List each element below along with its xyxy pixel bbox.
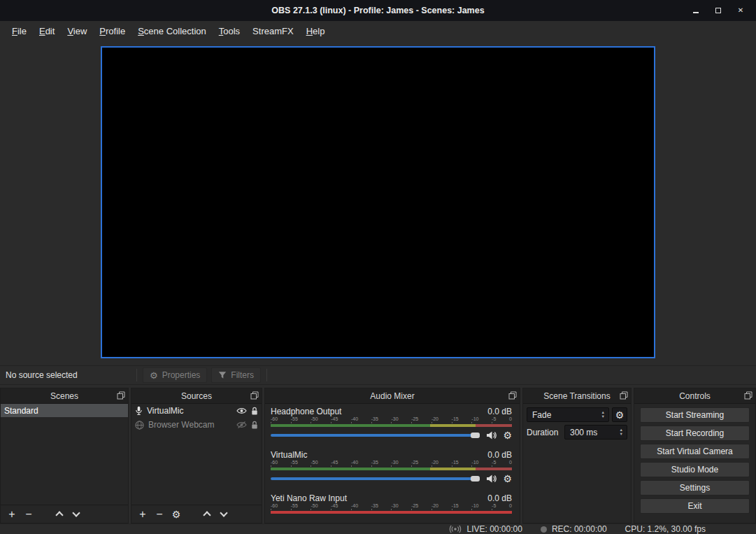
mute-button[interactable]: [486, 475, 497, 483]
close-button[interactable]: ✕: [729, 0, 752, 21]
dock-popout-button[interactable]: [620, 391, 628, 400]
dock-popout-button[interactable]: [250, 391, 259, 400]
remove-source-button[interactable]: −: [151, 507, 168, 521]
gear-icon: ⚙: [172, 510, 181, 519]
filters-button[interactable]: Filters: [211, 367, 261, 383]
lock-button[interactable]: [251, 407, 258, 416]
chevron-down-icon: [220, 509, 227, 517]
transition-properties-button[interactable]: ⚙: [612, 407, 627, 422]
scenes-dock-header: Scenes: [1, 388, 128, 404]
duration-spinbox[interactable]: 300 ms ▲ ▼: [564, 425, 627, 440]
volume-meter: [271, 424, 512, 427]
add-scene-button[interactable]: +: [3, 507, 20, 521]
scenes-toolbar: + −: [1, 505, 128, 523]
start-recording-button[interactable]: Start Recording: [640, 426, 750, 441]
source-move-down-button[interactable]: [215, 507, 232, 521]
db-scale: -60-55-50-45-40-35-30-25-20-15-10-50: [271, 416, 512, 422]
source-toolbar: No source selected ⚙ Properties Filters: [0, 365, 756, 385]
dock-title: Sources: [181, 391, 212, 401]
scene-transitions-dock: Scene Transitions Fade ▲ ▼ ⚙: [522, 388, 632, 524]
duration-value: 300 ms: [570, 428, 597, 437]
window-controls: ✕: [685, 0, 752, 21]
volume-slider[interactable]: [271, 477, 480, 480]
minimize-button[interactable]: [685, 0, 707, 21]
toolbar-separator: [136, 369, 137, 381]
settings-button[interactable]: Settings: [640, 480, 750, 496]
dock-area: Scenes Standard + − Sources: [0, 385, 756, 524]
plus-icon: +: [139, 509, 145, 520]
mute-button[interactable]: [486, 431, 497, 440]
volume-meter: [271, 468, 512, 470]
dock-popout-button[interactable]: [117, 391, 125, 400]
volume-slider[interactable]: [271, 434, 480, 437]
channel-level: 0.0 dB: [487, 493, 512, 503]
remove-scene-button[interactable]: −: [20, 507, 37, 521]
live-status: LIVE: 00:00:00: [449, 524, 522, 534]
audio-settings-button[interactable]: ⚙: [503, 474, 512, 484]
scene-item[interactable]: Standard: [1, 404, 128, 417]
minus-icon: −: [25, 509, 31, 520]
db-scale: -60-55-50-45-40-35-30-25-20-15-10-50: [271, 503, 512, 509]
menu-item-streamfx[interactable]: StreamFX: [246, 23, 300, 39]
sources-list: VirtualMic Browser Webcam: [131, 404, 262, 505]
globe-icon: [135, 421, 144, 430]
spinbox-arrows[interactable]: ▲ ▼: [618, 428, 625, 436]
properties-button[interactable]: ⚙ Properties: [143, 367, 207, 383]
preview-canvas[interactable]: [101, 46, 655, 358]
source-properties-button[interactable]: ⚙: [168, 507, 185, 521]
audio-settings-button[interactable]: ⚙: [503, 430, 512, 440]
exit-button[interactable]: Exit: [640, 498, 750, 514]
dock-popout-button[interactable]: [508, 391, 517, 400]
lock-icon: [251, 407, 258, 416]
eye-slash-icon: [236, 421, 247, 428]
transition-select[interactable]: Fade ▲ ▼: [527, 407, 609, 422]
cpu-status: CPU: 1.2%, 30.00 fps: [625, 524, 706, 534]
sources-toolbar: + − ⚙: [131, 505, 262, 523]
source-row[interactable]: VirtualMic: [131, 404, 262, 418]
channel-name: Headphone Output: [271, 407, 341, 416]
start-streaming-button[interactable]: Start Streaming: [640, 407, 750, 423]
sources-dock-header: Sources: [131, 388, 262, 404]
menu-item-view[interactable]: View: [61, 23, 93, 39]
scenes-list: Standard: [1, 404, 128, 505]
volume-meter: [271, 511, 512, 514]
record-dot-icon: [541, 526, 547, 533]
filters-label: Filters: [231, 370, 254, 380]
add-source-button[interactable]: +: [134, 507, 151, 521]
menu-item-file[interactable]: File: [6, 23, 33, 39]
controls-dock: Controls Start Streaming Start Recording…: [634, 388, 756, 524]
dock-popout-icon: [744, 391, 753, 400]
menu-item-scene-collection[interactable]: Scene Collection: [131, 23, 213, 39]
sources-dock: Sources VirtualMic: [131, 388, 262, 524]
close-icon: ✕: [738, 7, 743, 14]
combo-arrows[interactable]: ▲ ▼: [599, 411, 607, 419]
slider-handle[interactable]: [471, 476, 480, 482]
db-tick-marks: [271, 465, 512, 467]
menu-item-edit[interactable]: Edit: [33, 23, 61, 39]
maximize-button[interactable]: [707, 0, 729, 21]
studio-mode-button[interactable]: Studio Mode: [640, 462, 750, 477]
visibility-button[interactable]: [236, 407, 247, 414]
microphone-icon: [135, 406, 143, 416]
dock-popout-icon: [508, 391, 517, 400]
obs-window: OBS 27.1.3 (linux) - Profile: James - Sc…: [0, 0, 756, 534]
source-row[interactable]: Browser Webcam: [131, 418, 262, 432]
scene-move-up-button[interactable]: [51, 507, 68, 521]
lock-icon: [251, 421, 258, 430]
lock-button[interactable]: [251, 421, 258, 430]
speaker-icon: [486, 431, 497, 440]
source-move-up-button[interactable]: [199, 507, 215, 521]
menu-item-tools[interactable]: Tools: [213, 23, 246, 39]
scene-move-down-button[interactable]: [68, 507, 85, 521]
visibility-button[interactable]: [236, 421, 247, 428]
gear-icon: ⚙: [150, 371, 158, 380]
mixer-channel: Headphone Output 0.0 dB -60-55-50-45-40-…: [271, 407, 512, 441]
slider-handle[interactable]: [471, 433, 480, 438]
menu-item-profile[interactable]: Profile: [93, 23, 131, 39]
transition-selected-value: Fade: [532, 410, 551, 420]
start-virtual-camera-button[interactable]: Start Virtual Camera: [640, 444, 750, 459]
channel-name: Yeti Nano Raw Input: [271, 493, 347, 503]
menu-item-help[interactable]: Help: [300, 23, 331, 39]
dock-popout-button[interactable]: [744, 391, 753, 400]
spin-down-icon: ▼: [601, 415, 605, 419]
